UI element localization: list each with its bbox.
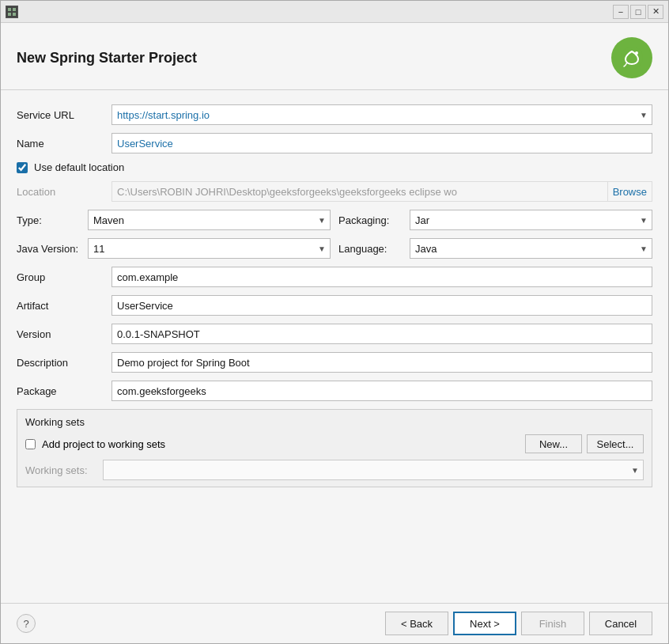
language-label: Language:: [338, 243, 410, 255]
description-row: Description: [17, 352, 652, 373]
packaging-col: Packaging: Jar War ▼: [338, 210, 652, 230]
artifact-label: Artifact: [17, 300, 112, 312]
browse-button[interactable]: Browse: [607, 182, 652, 201]
version-row: Version: [17, 324, 652, 344]
language-select[interactable]: Java Kotlin Groovy: [410, 238, 652, 259]
working-sets-select-wrapper: ▼: [103, 460, 644, 480]
language-select-wrapper: Java Kotlin Groovy ▼: [410, 238, 652, 259]
use-default-location-label[interactable]: Use default location: [34, 161, 124, 173]
finish-button[interactable]: Finish: [521, 612, 584, 635]
working-sets-select-button[interactable]: Select...: [587, 434, 644, 453]
artifact-row: Artifact: [17, 295, 652, 316]
version-input[interactable]: [112, 324, 652, 344]
package-input[interactable]: [112, 381, 652, 401]
artifact-input[interactable]: [112, 295, 652, 316]
page-title: New Spring Starter Project: [17, 50, 197, 66]
app-icon: [6, 6, 18, 18]
dialog-footer: ? < Back Next > Finish Cancel: [1, 603, 668, 643]
working-sets-section: Working sets Add project to working sets…: [17, 409, 652, 487]
group-label: Group: [17, 271, 112, 283]
back-button[interactable]: < Back: [385, 612, 448, 635]
location-label: Location: [17, 186, 112, 198]
working-sets-input-row: Working sets: ▼: [25, 460, 644, 480]
java-version-select-wrapper: 8 11 17 21 ▼: [88, 238, 331, 259]
working-sets-label: Working sets:: [25, 464, 96, 476]
dialog-window: − □ ✕ New Spring Starter Project Service…: [0, 0, 669, 644]
packaging-label: Packaging:: [338, 214, 410, 226]
footer-right: < Back Next > Finish Cancel: [385, 612, 652, 635]
name-row: Name: [17, 133, 652, 153]
type-col: Type: Maven Gradle ▼: [17, 210, 331, 230]
ws-buttons: New... Select...: [525, 434, 644, 453]
package-label: Package: [17, 385, 112, 397]
dialog-body: Service URL ▼ Name Use default location …: [1, 90, 668, 603]
help-button[interactable]: ?: [17, 614, 36, 633]
cancel-button[interactable]: Cancel: [589, 612, 652, 635]
use-default-location-checkbox[interactable]: [17, 162, 28, 173]
working-sets-new-button[interactable]: New...: [525, 434, 582, 453]
java-language-row: Java Version: 8 11 17 21 ▼ Language: Jav…: [17, 238, 652, 259]
packaging-select[interactable]: Jar War: [410, 210, 652, 230]
service-url-wrapper: ▼: [112, 104, 652, 125]
name-input[interactable]: [112, 133, 652, 153]
description-label: Description: [17, 357, 112, 369]
version-label: Version: [17, 328, 112, 340]
type-select-wrapper: Maven Gradle ▼: [88, 210, 331, 230]
working-sets-select[interactable]: [103, 460, 644, 480]
next-button[interactable]: Next >: [453, 612, 516, 635]
location-value: C:\Users\ROBIN JOHRI\Desktop\geeksforgee…: [112, 184, 607, 199]
service-url-input[interactable]: [112, 104, 652, 125]
working-sets-controls: Add project to working sets New... Selec…: [25, 434, 644, 453]
close-button[interactable]: ✕: [648, 5, 663, 19]
dialog-header: New Spring Starter Project: [1, 23, 668, 90]
location-row: Location C:\Users\ROBIN JOHRI\Desktop\ge…: [17, 181, 652, 202]
type-label: Type:: [17, 214, 88, 226]
svg-point-6: [635, 51, 638, 55]
footer-left: ?: [17, 614, 36, 633]
service-url-label: Service URL: [17, 109, 112, 121]
language-col: Language: Java Kotlin Groovy ▼: [338, 238, 652, 259]
svg-rect-4: [13, 13, 16, 16]
description-input[interactable]: [112, 352, 652, 373]
svg-point-5: [621, 47, 643, 69]
add-to-working-sets-checkbox[interactable]: [25, 439, 36, 449]
java-version-label: Java Version:: [17, 243, 88, 255]
svg-rect-1: [8, 8, 11, 11]
maximize-button[interactable]: □: [630, 5, 646, 19]
minimize-button[interactable]: −: [613, 5, 629, 19]
package-row: Package: [17, 381, 652, 401]
svg-rect-3: [8, 13, 11, 16]
add-to-working-sets-label[interactable]: Add project to working sets: [42, 438, 165, 450]
java-version-col: Java Version: 8 11 17 21 ▼: [17, 238, 331, 259]
name-label: Name: [17, 138, 112, 150]
svg-rect-2: [13, 8, 16, 11]
type-packaging-row: Type: Maven Gradle ▼ Packaging: Jar War: [17, 210, 652, 230]
title-bar: − □ ✕: [1, 1, 668, 23]
location-input-wrapper: C:\Users\ROBIN JOHRI\Desktop\geeksforgee…: [112, 181, 652, 202]
spring-logo: [611, 37, 652, 78]
type-select[interactable]: Maven Gradle: [88, 210, 331, 230]
working-sets-title: Working sets: [25, 416, 644, 428]
service-url-row: Service URL ▼: [17, 104, 652, 125]
packaging-select-wrapper: Jar War ▼: [410, 210, 652, 230]
use-default-location-row: Use default location: [17, 161, 652, 173]
ws-checkbox-wrapper: Add project to working sets: [25, 438, 165, 450]
group-row: Group: [17, 267, 652, 287]
group-input[interactable]: [112, 267, 652, 287]
java-version-select[interactable]: 8 11 17 21: [88, 238, 331, 259]
